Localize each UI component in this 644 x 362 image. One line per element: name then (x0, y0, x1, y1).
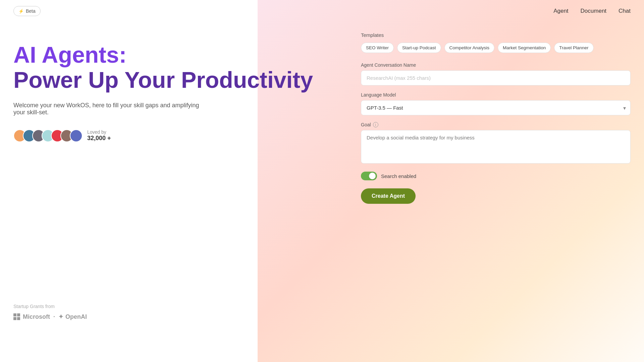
loved-by-section: Loved by 32,000 + (13, 129, 341, 142)
avatar (70, 129, 83, 142)
language-model-section: Language Model GPT-3.5 — Fast GPT-4 GPT-… (361, 92, 631, 115)
search-toggle[interactable] (361, 172, 377, 180)
loved-by-label: Loved by (87, 129, 111, 135)
goal-info-icon[interactable]: i (373, 122, 378, 127)
conversation-name-input[interactable] (361, 70, 631, 85)
separator: · (53, 313, 55, 320)
nav-document[interactable]: Document (581, 8, 606, 14)
language-model-wrapper: GPT-3.5 — Fast GPT-4 GPT-4 Turbo (361, 100, 631, 115)
microsoft-logo: Microsoft (13, 313, 50, 320)
nav-links: Agent Document Chat (553, 8, 631, 14)
microsoft-label: Microsoft (23, 313, 50, 320)
loved-text: Loved by 32,000 + (87, 129, 111, 142)
avatar-group (13, 129, 83, 142)
bottom-section: What is AIAgent.app? (0, 361, 644, 362)
template-competitor-analysis[interactable]: Competitor Analysis (444, 43, 494, 53)
templates-row: SEO Writer Start-up Podcast Competitor A… (361, 43, 631, 53)
grants-section: Startup Grants from Microsoft · ✦ OpenAI (13, 304, 87, 320)
create-agent-button[interactable]: Create Agent (361, 188, 416, 204)
openai-icon: ✦ (58, 313, 63, 320)
hero-title-line1: AI Agents: (13, 42, 341, 67)
search-enabled-label: Search enabled (381, 173, 416, 179)
beta-label: Beta (26, 8, 36, 14)
hero-subtitle: Welcome your new WorkOS, here to fill yo… (13, 102, 208, 116)
template-market-segmentation[interactable]: Market Segmentation (498, 43, 551, 53)
search-toggle-row: Search enabled (361, 172, 631, 180)
template-seo-writer[interactable]: SEO Writer (361, 43, 394, 53)
grants-logos: Microsoft · ✦ OpenAI (13, 313, 87, 320)
openai-logo: ✦ OpenAI (58, 313, 87, 320)
beta-icon: ⚡ (18, 9, 24, 14)
openai-label: OpenAI (65, 313, 87, 320)
toggle-track (361, 172, 377, 180)
nav-chat[interactable]: Chat (619, 8, 631, 14)
beta-badge: ⚡ Beta (13, 6, 41, 16)
template-startup-podcast[interactable]: Start-up Podcast (397, 43, 441, 53)
conversation-name-label: Agent Conversation Name (361, 62, 631, 68)
main-content: AI Agents: Power Up Your Productivity We… (0, 22, 644, 361)
conversation-name-section: Agent Conversation Name (361, 62, 631, 85)
goal-textarea[interactable] (361, 130, 631, 164)
language-model-select[interactable]: GPT-3.5 — Fast GPT-4 GPT-4 Turbo (361, 100, 631, 115)
nav-agent[interactable]: Agent (553, 8, 568, 14)
agent-panel: Templates SEO Writer Start-up Podcast Co… (354, 22, 644, 361)
templates-label: Templates (361, 32, 631, 38)
goal-section: Goal i (361, 122, 631, 165)
goal-label: Goal i (361, 122, 631, 127)
navigation: ⚡ Beta Agent Document Chat (0, 0, 644, 22)
hero-title-line2: Power Up Your Productivity (13, 67, 341, 93)
microsoft-icon (13, 313, 20, 320)
language-model-label: Language Model (361, 92, 631, 98)
user-count: 32,000 + (87, 135, 111, 142)
template-travel-planner[interactable]: Travel Planner (554, 43, 593, 53)
hero-section: AI Agents: Power Up Your Productivity We… (0, 22, 354, 361)
toggle-thumb (369, 173, 376, 179)
grants-label: Startup Grants from (13, 304, 87, 309)
